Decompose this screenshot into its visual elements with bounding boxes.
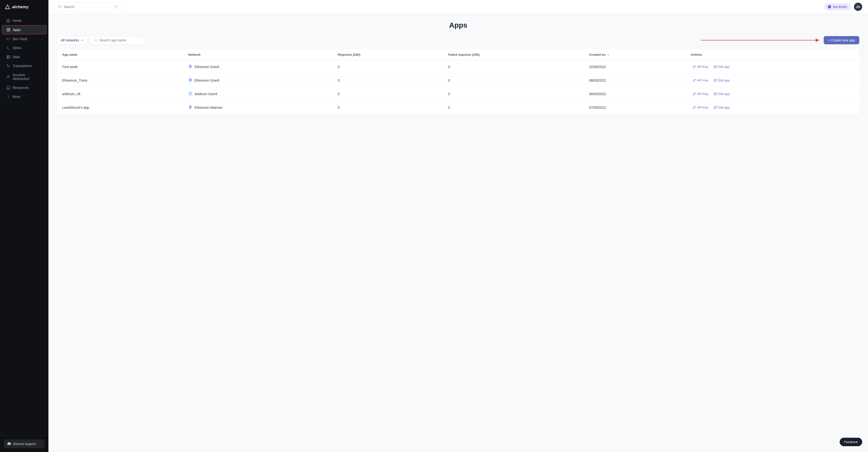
sidebar-item-data-label: Data bbox=[12, 55, 20, 59]
svg-rect-7 bbox=[7, 56, 10, 58]
sidebar-item-home-label: Home bbox=[12, 19, 22, 23]
sidebar-item-home[interactable]: Home bbox=[2, 16, 46, 25]
search-input[interactable] bbox=[64, 5, 112, 9]
sidebar-item-more[interactable]: More › bbox=[2, 92, 46, 101]
sort-icon: ∨ bbox=[608, 54, 609, 56]
devtools-icon bbox=[6, 37, 10, 41]
edit-app-button[interactable]: Edit app bbox=[712, 64, 732, 69]
alchemy-logo-icon bbox=[5, 4, 10, 10]
create-new-app-button[interactable]: + Create new app bbox=[824, 36, 859, 44]
table-body: First week Ethereum Goerli 0 0 22/09/202… bbox=[57, 60, 859, 114]
cell-requests: 0 bbox=[333, 87, 443, 101]
devtools-chevron-icon: › bbox=[41, 38, 42, 40]
api-key-button[interactable]: API Key bbox=[691, 64, 710, 69]
search-app-input[interactable] bbox=[99, 38, 135, 42]
sidebar-item-transactions[interactable]: Transactions › bbox=[2, 62, 46, 70]
network-filter-label: All networks bbox=[61, 38, 79, 42]
discord-support-label: Discord Support bbox=[13, 442, 36, 446]
network-label: Arbitrum Goerli bbox=[194, 92, 217, 96]
search-shortcut: / bbox=[114, 5, 118, 9]
col-failed-requests: Failed requests (24h) bbox=[443, 50, 584, 60]
credits-icon bbox=[828, 5, 831, 9]
user-avatar[interactable]: JO bbox=[854, 3, 862, 11]
table-row: Ethereum_Trans Ethereum Goerli 0 0 08/09… bbox=[57, 73, 859, 87]
cell-network: Arbitrum Goerli bbox=[183, 87, 333, 101]
cell-app-name: LambShock's App bbox=[57, 101, 184, 114]
cell-network: Ethereum Goerli bbox=[183, 60, 333, 73]
svg-marker-31 bbox=[190, 106, 192, 107]
chevron-down-icon bbox=[81, 38, 84, 42]
key-icon bbox=[693, 65, 696, 68]
search-app-input-wrapper[interactable] bbox=[90, 36, 144, 44]
svg-point-15 bbox=[58, 5, 61, 8]
sidebar-item-data[interactable]: Data › bbox=[2, 53, 46, 61]
cell-network: Ethereum Goerli bbox=[183, 73, 333, 87]
table-row: First week Ethereum Goerli 0 0 22/09/202… bbox=[57, 60, 859, 73]
cell-requests: 0 bbox=[333, 60, 443, 73]
svg-marker-23 bbox=[189, 65, 190, 67]
network-filter-dropdown[interactable]: All networks bbox=[57, 36, 87, 44]
cell-requests: 0 bbox=[333, 73, 443, 87]
cell-failed-requests: 0 bbox=[443, 87, 584, 101]
feedback-button[interactable]: Feedback bbox=[840, 438, 862, 446]
edit-app-button[interactable]: Edit app bbox=[712, 91, 732, 97]
svg-marker-32 bbox=[189, 106, 190, 107]
network-icon bbox=[188, 105, 192, 110]
key-icon bbox=[693, 106, 696, 109]
search-bar[interactable]: / bbox=[54, 2, 127, 11]
page-content: Apps All networks bbox=[49, 14, 868, 452]
svg-rect-3 bbox=[9, 28, 10, 30]
sidebar-navigation: Home Apps Dev Tools › SDKs › bbox=[0, 14, 49, 435]
sidebar-item-sdks-label: SDKs bbox=[12, 46, 21, 50]
sidebar-item-sdks[interactable]: SDKs › bbox=[2, 43, 46, 52]
cell-created-on: 08/09/2022 bbox=[584, 73, 686, 87]
cell-app-name: arbitrum_nft bbox=[57, 87, 184, 101]
discord-support-button[interactable]: Discord Support bbox=[4, 440, 44, 448]
sidebar-bottom: Discord Support bbox=[0, 435, 49, 452]
cell-failed-requests: 0 bbox=[443, 60, 584, 73]
api-key-button[interactable]: API Key bbox=[691, 104, 710, 110]
cell-created-on: 22/09/2022 bbox=[584, 60, 686, 73]
svg-marker-27 bbox=[189, 78, 190, 80]
get-credits-label: Get $100+ bbox=[833, 5, 848, 9]
toolbar: All networks + Create new app bbox=[57, 36, 859, 44]
transactions-icon bbox=[6, 64, 10, 68]
cell-created-on: 07/09/2022 bbox=[584, 101, 686, 114]
sidebar-item-apps[interactable]: Apps bbox=[2, 25, 46, 34]
more-icon bbox=[6, 95, 10, 98]
cell-created-on: 08/09/2022 bbox=[584, 87, 686, 101]
table-row: LambShock's App Ethereum Mainnet 0 0 07/… bbox=[57, 101, 859, 114]
sidebar-item-apps-label: Apps bbox=[13, 28, 21, 32]
svg-marker-25 bbox=[189, 66, 190, 68]
topbar: / Get $100+ JO bbox=[49, 0, 868, 14]
cell-requests: 0 bbox=[333, 101, 443, 114]
svg-marker-21 bbox=[816, 38, 819, 42]
sidebar-item-resources[interactable]: Resources › bbox=[2, 83, 46, 92]
svg-point-18 bbox=[94, 39, 97, 41]
api-key-button[interactable]: API Key bbox=[691, 78, 710, 83]
get-credits-button[interactable]: Get $100+ bbox=[824, 3, 851, 10]
network-label: Ethereum Goerli bbox=[194, 65, 219, 69]
svg-rect-4 bbox=[9, 30, 10, 31]
edit-icon bbox=[714, 65, 717, 68]
api-key-button[interactable]: API Key bbox=[691, 91, 710, 97]
more-chevron-icon: › bbox=[41, 95, 42, 98]
sidebar-item-devtools[interactable]: Dev Tools › bbox=[2, 35, 46, 43]
resources-icon bbox=[6, 86, 10, 90]
svg-rect-2 bbox=[7, 28, 8, 30]
edit-app-button[interactable]: Edit app bbox=[712, 104, 732, 110]
svg-line-16 bbox=[61, 7, 61, 8]
edit-icon bbox=[714, 79, 717, 82]
key-icon bbox=[693, 79, 696, 82]
edit-app-button[interactable]: Edit app bbox=[712, 78, 732, 83]
cell-actions: API Key Edit app bbox=[686, 87, 859, 101]
col-created-on[interactable]: Created on ∨ bbox=[584, 50, 686, 60]
sidebar-item-account-abstraction[interactable]: Account Abstraction › bbox=[2, 70, 46, 83]
network-label: Ethereum Goerli bbox=[194, 79, 219, 82]
sidebar-item-transactions-label: Transactions bbox=[12, 64, 32, 68]
account-abstraction-icon bbox=[6, 75, 10, 79]
col-network: Network bbox=[183, 50, 333, 60]
col-actions: Actions bbox=[686, 50, 859, 60]
sidebar-item-account-abstraction-label: Account Abstraction bbox=[12, 73, 39, 81]
svg-marker-22 bbox=[190, 65, 192, 67]
